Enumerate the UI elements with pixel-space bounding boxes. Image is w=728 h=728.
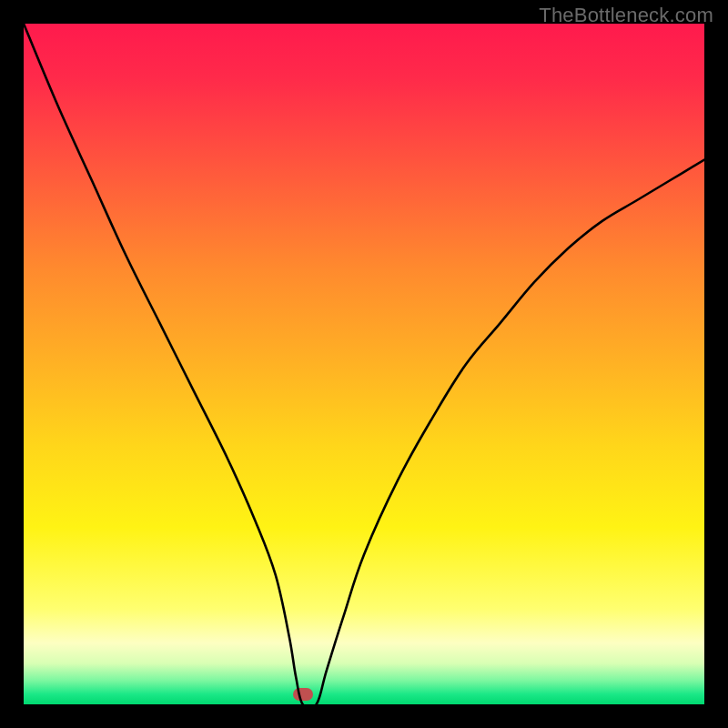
chart-frame: TheBottleneck.com xyxy=(0,0,728,728)
bottleneck-curve xyxy=(24,24,704,704)
watermark-text: TheBottleneck.com xyxy=(539,4,713,27)
plot-area xyxy=(24,24,704,704)
